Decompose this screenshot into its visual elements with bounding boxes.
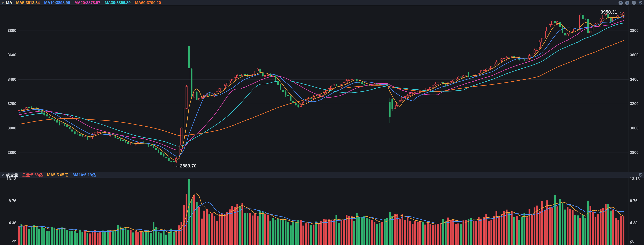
- price-axis-tick: 3200: [0, 101, 16, 106]
- price-axis-tick: 3200: [630, 101, 644, 106]
- price-axis-tick: 3000: [630, 126, 644, 130]
- volume-header-bar: ∨ 成交量 总量:5.68亿MA5:5.65亿MA10:6.19亿 ⚙: [0, 172, 644, 178]
- price-axis-tick: 3000: [0, 126, 16, 130]
- volume-axis-tick: 4.38: [630, 221, 644, 225]
- ma-legend-item: MA20:3878.57: [74, 0, 100, 5]
- price-axis-tick: 3600: [0, 53, 16, 57]
- price-axis-tick: 3600: [630, 53, 644, 57]
- latest-price-annotation: 3950.31→: [600, 9, 622, 15]
- kline-app: ∨ MA MA5:3913.34MA10:3898.96MA20:3878.57…: [0, 0, 644, 245]
- settings-gear-icon[interactable]: ⚙: [638, 0, 643, 5]
- volume-axis-tick: 4.38: [0, 221, 16, 225]
- volume-axis-tick: 13.13: [630, 177, 644, 181]
- low-price-annotation: ←2689.70: [175, 163, 196, 169]
- price-axis-tick: 3400: [0, 77, 16, 82]
- price-axis-tick: 3800: [0, 28, 16, 33]
- volume-legend-item: 总量:5.68亿: [22, 173, 43, 177]
- reset-zoom-button[interactable]: =: [618, 1, 623, 5]
- collapse-price-pane-icon[interactable]: ∨: [2, 0, 4, 5]
- ma-legend-item: MA10:3898.96: [44, 0, 70, 5]
- candlestick-chart-canvas[interactable]: [0, 0, 644, 245]
- volume-legend: 总量:5.68亿MA5:5.65亿MA10:6.19亿: [22, 172, 100, 178]
- volume-axis-unit: 亿: [630, 239, 644, 244]
- volume-axis-tick: 13.13: [0, 177, 16, 181]
- volume-axis-tick: 8.76: [630, 199, 644, 203]
- price-pane-title: MA: [6, 0, 12, 5]
- ma-legend-item: MA30:3866.89: [105, 0, 130, 5]
- price-axis-tick: 3800: [630, 28, 644, 33]
- zoom-in-button[interactable]: +: [625, 1, 630, 5]
- volume-legend-item: MA10:6.19亿: [72, 173, 96, 177]
- chart-toolbar: = + − ⚙: [618, 0, 644, 5]
- volume-axis-tick: 8.76: [0, 199, 16, 203]
- volume-legend-item: MA5:5.65亿: [47, 173, 68, 177]
- ma-legend-item: MA5:3913.34: [16, 0, 40, 5]
- zoom-out-button[interactable]: −: [632, 1, 636, 5]
- ma-legend: MA5:3913.34MA10:3898.96MA20:3878.57MA30:…: [16, 0, 165, 5]
- ma-legend-item: MA60:3790.20: [135, 0, 161, 5]
- indicator-header-bar: ∨ MA MA5:3913.34MA10:3898.96MA20:3878.57…: [0, 0, 644, 5]
- price-axis-tick: 3400: [630, 77, 644, 82]
- price-axis-tick: 2800: [0, 150, 16, 155]
- volume-axis-unit: 亿: [0, 239, 16, 244]
- price-axis-tick: 2800: [630, 150, 644, 155]
